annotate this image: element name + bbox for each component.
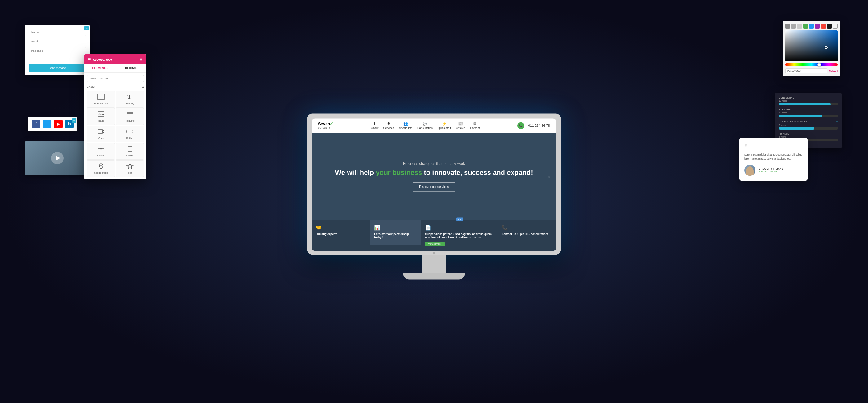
swatch-silver[interactable] (797, 24, 802, 29)
google-maps-icon (88, 163, 114, 170)
svg-rect-8 (98, 129, 102, 134)
youtube-icon[interactable]: ▶ (54, 120, 63, 128)
contact-submit-button[interactable]: Send mesage (29, 64, 86, 72)
widget-text-editor[interactable]: Text Editor (116, 108, 144, 125)
nav-quickstart[interactable]: ⚡ Quick start (438, 122, 451, 130)
widget-divider[interactable]: Divider (87, 143, 115, 160)
nav-quickstart-label: Quick start (438, 126, 451, 130)
hero-next-arrow[interactable]: › (548, 173, 550, 180)
service-title-1: Let's start our partnership today! (374, 232, 417, 239)
contact-message-field[interactable] (29, 47, 86, 61)
nav-consultation-label: Consultation (417, 126, 433, 130)
skill-edit-2[interactable]: ✏ (836, 120, 838, 123)
nav-about-icon: ℹ (374, 122, 375, 126)
swatch-red[interactable] (821, 24, 826, 29)
swatch-gray[interactable] (785, 24, 790, 29)
service-title-0: industry experts (316, 232, 366, 236)
elementor-hamburger-icon[interactable]: ≡ (88, 57, 91, 62)
service-item-wrapper-2: ● ● 📄 Suspendisse potenti? Sed sagittis … (421, 220, 498, 251)
service-icon-2: 📄 (425, 225, 494, 230)
service-icon-0: 🤝 (316, 225, 366, 230)
logo-name: Seven✓ (318, 122, 333, 126)
play-triangle-icon (56, 156, 60, 161)
site-phone: 📞 +011 234 56 78 (517, 122, 550, 129)
nav-specialists[interactable]: 👥 Specialists (399, 122, 412, 130)
contact-form-edit-badge[interactable]: ✏ (84, 26, 89, 30)
hex-color-input[interactable] (785, 68, 827, 73)
camera-dot (433, 252, 435, 254)
search-input[interactable] (87, 75, 144, 82)
tab-global[interactable]: GLOBAL (115, 64, 146, 72)
hero-content: Business strategies that actually work W… (329, 156, 539, 198)
svg-rect-3 (98, 112, 104, 117)
monitor-camera (312, 251, 556, 254)
category-toggle[interactable]: ∧ (142, 86, 144, 88)
widget-button[interactable]: Button (116, 126, 144, 142)
elementor-tabs: ELEMENTS GLOBAL (84, 64, 146, 72)
swatch-lightgray[interactable] (791, 24, 796, 29)
nav-services[interactable]: ⚙ Services (383, 122, 394, 130)
skill-header-1: STRATEGY (779, 108, 838, 111)
skill-name-1: STRATEGY (779, 108, 792, 111)
elementor-search (87, 75, 144, 82)
skill-years-0: 12 years (779, 100, 838, 102)
svg-point-11 (100, 148, 102, 150)
swatch-blue[interactable] (809, 24, 814, 29)
swatch-purple[interactable] (815, 24, 819, 29)
twitter-icon[interactable]: t (43, 120, 52, 128)
hero-title-highlight: your business (376, 169, 422, 177)
skill-item-2: CHANGE MANAGEMENT ✏ 7 years (779, 120, 838, 130)
heading-label: Heading (117, 102, 142, 105)
widget-icon[interactable]: Icon (116, 160, 144, 177)
elementor-grid-icon[interactable]: ⊞ (140, 57, 143, 61)
skill-years-3: 5 years (779, 136, 838, 138)
color-gradient-picker[interactable] (785, 30, 838, 61)
service-item-1: 📊 Let's start our partnership today! (370, 220, 421, 245)
facebook-icon[interactable]: f (32, 120, 40, 128)
inner-section-label: Inner Section (88, 102, 114, 105)
video-play-button[interactable] (51, 152, 64, 164)
swatch-black[interactable] (827, 24, 832, 29)
services-bar: 🤝 industry experts 📊 Let's start our par… (312, 220, 556, 251)
hero-title: We will help your business to innovate, … (335, 168, 533, 178)
widget-google-maps[interactable]: Google Maps (87, 160, 115, 177)
gradient-darkness (785, 30, 838, 61)
skill-name-2: CHANGE MANAGEMENT (779, 121, 807, 123)
swatch-green[interactable] (803, 24, 808, 29)
nav-contact[interactable]: ✉ Contact (470, 122, 480, 130)
hue-slider[interactable] (785, 63, 838, 66)
service-title-3: Contact us & get 10... consultation! (502, 232, 552, 236)
widget-video[interactable]: Video (87, 126, 115, 142)
social-card-edit-badge[interactable]: ✏ (72, 118, 76, 123)
author-title: Founder "One 4U" (758, 170, 783, 173)
nav-consultation[interactable]: 💬 Consultation (417, 122, 433, 130)
hero-cta-button[interactable]: Discover our services (413, 182, 455, 191)
widget-heading[interactable]: T Heading (116, 91, 144, 107)
google-maps-label: Google Maps (88, 172, 114, 174)
site-header: Seven✓ consulting ℹ About ⚙ (312, 118, 556, 133)
color-clear-button[interactable]: CLEAR (829, 69, 838, 72)
hero-section: Business strategies that actually work W… (312, 133, 556, 220)
monitor-screen-outer: Seven✓ consulting ℹ About ⚙ (307, 114, 561, 254)
service-item-2: 📄 Suspendisse potenti? Sed sagittis maxi… (421, 220, 498, 251)
widget-inner-section[interactable]: Inner Section (87, 91, 115, 107)
video-card[interactable] (25, 141, 90, 175)
skill-bar-bg-1 (779, 115, 838, 117)
service-icon-3: 📞 (502, 225, 552, 230)
social-icons-card: ✏ f t ▶ in (28, 117, 78, 131)
view-services-btn[interactable]: View services (425, 242, 444, 246)
add-swatch-button[interactable]: + (833, 24, 838, 29)
category-label: BASIC (87, 86, 95, 88)
spacer-icon (117, 146, 142, 153)
nav-articles[interactable]: 📰 Articles (456, 122, 465, 130)
skill-bar-fill-2 (779, 127, 814, 130)
widget-spacer[interactable]: Spacer (116, 143, 144, 160)
widget-image[interactable]: Image (87, 108, 115, 125)
elementor-category: BASIC ∧ (84, 84, 146, 90)
tab-elements[interactable]: ELEMENTS (84, 64, 115, 72)
nav-about[interactable]: ℹ About (371, 122, 378, 130)
contact-email-field[interactable] (29, 38, 86, 45)
contact-name-field[interactable] (29, 29, 86, 36)
nav-services-icon: ⚙ (387, 122, 390, 126)
logo-sub: consulting (318, 126, 333, 130)
